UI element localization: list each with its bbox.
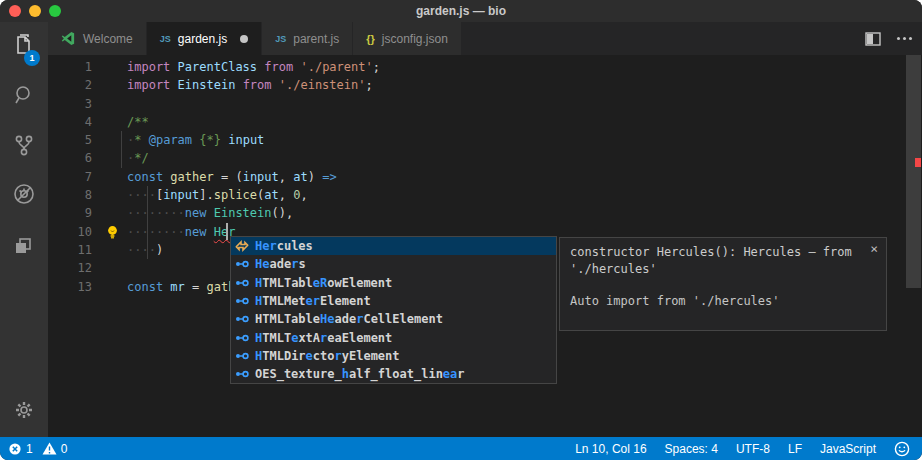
close-window-button[interactable] — [9, 5, 21, 17]
suggestion-item[interactable]: HTMLDirectoryElement — [231, 347, 556, 365]
debug-icon[interactable] — [0, 174, 48, 214]
lightbulb-icon[interactable] — [101, 223, 127, 241]
status-item-ln-10-col-16[interactable]: Ln 10, Col 16 — [575, 442, 646, 456]
tab-label: parent.js — [293, 32, 339, 46]
feedback-smiley-icon[interactable] — [894, 441, 910, 457]
status-item-javascript[interactable]: JavaScript — [820, 442, 876, 456]
search-icon[interactable] — [0, 75, 48, 115]
modified-dot-icon[interactable] — [240, 35, 248, 43]
code-line[interactable]: 1import ParentClass from './parent'; — [48, 58, 905, 76]
suggestion-item[interactable]: OES_texture_half_float_linear — [231, 365, 556, 383]
tab-garden-js[interactable]: JS garden.js — [147, 22, 262, 55]
line-text: const mr = gath — [127, 278, 235, 296]
window-title: garden.js — bio — [416, 4, 506, 18]
class-symbol-icon — [234, 238, 250, 254]
title-bar: garden.js — bio — [0, 0, 922, 22]
glyph-margin — [101, 278, 127, 296]
suggestion-item[interactable]: Hercules — [231, 237, 556, 255]
code-line[interactable]: 8····[input].splice(at, 0, — [48, 186, 905, 204]
suggestion-item[interactable]: HTMLMeterElement — [231, 292, 556, 310]
line-text: ····) — [127, 241, 163, 259]
problems-status[interactable]: 1 0 — [0, 442, 67, 456]
line-number: 13 — [48, 278, 101, 296]
tab-welcome[interactable]: Welcome — [48, 22, 147, 55]
suggestion-label: OES_texture_half_float_linear — [255, 367, 465, 381]
suggestion-label: HTMLDirectoryElement — [255, 349, 400, 363]
line-number: 5 — [48, 131, 101, 149]
status-item-lf[interactable]: LF — [788, 442, 802, 456]
glyph-margin — [101, 259, 127, 277]
line-number: 12 — [48, 259, 101, 277]
traffic-lights — [9, 5, 61, 17]
line-number: 1 — [48, 58, 101, 76]
glyph-margin — [101, 113, 127, 131]
suggestion-item[interactable]: Headers — [231, 255, 556, 273]
code-line[interactable]: 6·*/ — [48, 149, 905, 167]
maximize-window-button[interactable] — [49, 5, 61, 17]
glyph-margin — [101, 168, 127, 186]
glyph-margin — [101, 58, 127, 76]
code-line[interactable]: 4/** — [48, 113, 905, 131]
interface-symbol-icon — [234, 275, 250, 291]
line-number: 9 — [48, 204, 101, 222]
interface-symbol-icon — [234, 366, 250, 382]
js-file-icon: JS — [275, 34, 286, 44]
code-line[interactable]: 9········new Einstein(), — [48, 204, 905, 222]
error-overview-mark — [915, 158, 921, 167]
split-editor-icon[interactable] — [865, 32, 881, 46]
status-item-utf-8[interactable]: UTF-8 — [736, 442, 770, 456]
settings-gear-icon[interactable] — [0, 390, 48, 430]
tab-label: jsconfig.json — [382, 32, 448, 46]
editor-scrollbar[interactable] — [905, 55, 922, 437]
suggestion-label: HTMLTextAreaElement — [255, 331, 392, 345]
line-text: ·* @param {*} input — [127, 131, 264, 149]
line-number: 10 — [48, 223, 101, 241]
warning-count: 0 — [61, 442, 68, 456]
editor-pane[interactable]: 1import ParentClass from './parent';2imp… — [48, 55, 922, 437]
explorer-badge: 1 — [24, 50, 40, 66]
extensions-icon[interactable] — [0, 225, 48, 265]
code-line[interactable]: 2import Einstein from './einstein'; — [48, 76, 905, 94]
error-icon — [8, 442, 22, 456]
scrollbar-slider[interactable] — [906, 55, 921, 288]
more-actions-icon[interactable] — [897, 37, 912, 40]
js-file-icon: JS — [160, 34, 171, 44]
line-number: 7 — [48, 168, 101, 186]
interface-symbol-icon — [234, 311, 250, 327]
line-number: 2 — [48, 76, 101, 94]
line-number: 6 — [48, 149, 101, 167]
glyph-margin — [101, 76, 127, 94]
tab-label: Welcome — [83, 32, 133, 46]
tab-parent-js[interactable]: JS parent.js — [262, 22, 353, 55]
warning-icon — [42, 442, 57, 455]
source-control-icon[interactable] — [0, 125, 48, 165]
suggest-widget: HerculesHeadersHTMLTableRowElementHTMLMe… — [230, 236, 557, 384]
glyph-margin — [101, 95, 127, 113]
suggestion-item[interactable]: HTMLTextAreaElement — [231, 328, 556, 346]
code-line[interactable]: 7const gather = (input, at) => — [48, 168, 905, 186]
line-text: ········new Einstein(), — [127, 204, 293, 222]
glyph-margin — [101, 241, 127, 259]
line-text: ····[input].splice(at, 0, — [127, 186, 308, 204]
error-count: 1 — [26, 442, 33, 456]
explorer-icon[interactable]: 1 — [0, 24, 48, 64]
tab-bar: Welcome JS garden.js JS parent.js {} jsc… — [48, 22, 922, 55]
suggestion-label: Headers — [255, 257, 306, 271]
code-line[interactable]: 3 — [48, 95, 905, 113]
activity-bar: 1 — [0, 22, 48, 437]
line-text: import Einstein from './einstein'; — [127, 76, 373, 94]
suggestion-label: HTMLMeterElement — [255, 294, 371, 308]
tab-jsconfig-json[interactable]: {} jsconfig.json — [353, 22, 462, 55]
vscode-logo-icon — [61, 31, 76, 46]
suggestion-item[interactable]: HTMLTableHeaderCellElement — [231, 310, 556, 328]
interface-symbol-icon — [234, 293, 250, 309]
close-icon[interactable]: × — [870, 241, 878, 256]
interface-symbol-icon — [234, 330, 250, 346]
line-number: 8 — [48, 186, 101, 204]
json-braces-icon: {} — [366, 33, 375, 45]
glyph-margin — [101, 186, 127, 204]
code-line[interactable]: 5·* @param {*} input — [48, 131, 905, 149]
status-item-spaces-4[interactable]: Spaces: 4 — [665, 442, 718, 456]
minimize-window-button[interactable] — [29, 5, 41, 17]
suggestion-item[interactable]: HTMLTableRowElement — [231, 274, 556, 292]
